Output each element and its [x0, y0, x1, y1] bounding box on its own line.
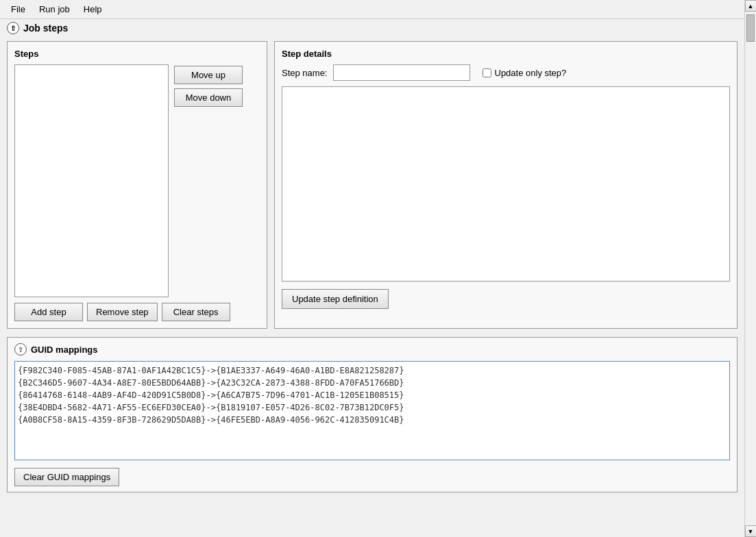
scroll-down-arrow[interactable]: ▼	[745, 525, 757, 537]
step-definition-textarea[interactable]	[282, 86, 730, 282]
page-title: Job steps	[23, 23, 68, 34]
menu-run-job[interactable]: Run job	[32, 3, 77, 16]
step-name-label: Step name:	[282, 68, 328, 78]
steps-content: Move up Move down	[14, 64, 260, 297]
clear-guid-btn-row: Clear GUID mappings	[14, 462, 730, 486]
step-name-input[interactable]	[333, 64, 470, 81]
update-step-definition-button[interactable]: Update step definition	[282, 289, 389, 309]
steps-label: Steps	[14, 49, 260, 59]
steps-panel: Steps Move up Move down Add step Remove …	[7, 41, 267, 329]
guid-mappings-textarea[interactable]	[14, 361, 730, 460]
guid-section: ⇧ GUID mappings Clear GUID mappings	[7, 337, 737, 492]
page-header: ⇧ Job steps	[0, 19, 744, 37]
scroll-track[interactable]	[745, 12, 756, 525]
app-window: File Run job Help ⇧ Job steps Steps Move…	[0, 0, 756, 537]
guid-collapse-icon[interactable]: ⇧	[14, 343, 27, 355]
guid-header: ⇧ GUID mappings	[14, 343, 730, 355]
update-only-step-row: Update only step?	[483, 68, 567, 78]
bottom-buttons: Add step Remove step Clear steps	[14, 303, 260, 321]
update-btn-row: Update step definition	[282, 284, 730, 309]
clear-steps-button[interactable]: Clear steps	[162, 303, 230, 321]
menubar: File Run job Help	[0, 0, 744, 19]
steps-buttons: Move up Move down	[174, 64, 243, 297]
remove-step-button[interactable]: Remove step	[87, 303, 158, 321]
menu-help[interactable]: Help	[77, 3, 109, 16]
menu-file[interactable]: File	[4, 3, 32, 16]
scroll-up-arrow[interactable]: ▲	[745, 0, 757, 12]
steps-list[interactable]	[14, 64, 169, 297]
guid-label: GUID mappings	[31, 345, 98, 355]
step-name-row: Step name: Update only step?	[282, 64, 730, 81]
move-down-button[interactable]: Move down	[174, 88, 243, 107]
move-up-button[interactable]: Move up	[174, 66, 243, 84]
content-area: File Run job Help ⇧ Job steps Steps Move…	[0, 0, 744, 492]
clear-guid-mappings-button[interactable]: Clear GUID mappings	[14, 468, 119, 486]
update-only-step-checkbox[interactable]	[483, 68, 491, 77]
add-step-button[interactable]: Add step	[14, 303, 83, 321]
step-details-label: Step details	[282, 49, 730, 59]
scrollbar-right: ▲ ▼	[744, 0, 756, 537]
collapse-icon[interactable]: ⇧	[7, 22, 19, 34]
step-details-panel: Step details Step name: Update only step…	[274, 41, 737, 329]
scroll-thumb[interactable]	[746, 14, 755, 42]
update-only-step-label: Update only step?	[495, 68, 567, 78]
main-content: Steps Move up Move down Add step Remove …	[0, 37, 744, 333]
